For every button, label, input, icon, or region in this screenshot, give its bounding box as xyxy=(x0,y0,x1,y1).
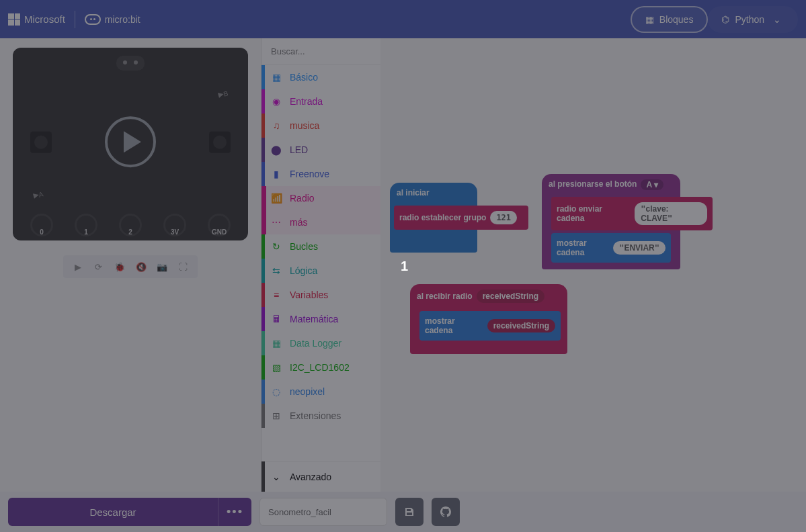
block-on-button-pressed[interactable]: al presionarse el botón A ▾ radio enviar… xyxy=(542,174,680,269)
project-name-input[interactable] xyxy=(259,498,387,526)
show-string-value-1[interactable]: "ENVIAR" xyxy=(613,241,666,255)
category-icon: 📶 xyxy=(268,190,284,206)
show-string-label-1: mostrar cadena xyxy=(557,238,609,257)
category-i2c-lcd1602[interactable]: ▧I2C_LCD1602 xyxy=(261,355,380,380)
download-more-button[interactable]: ••• xyxy=(218,498,251,526)
block-radio-send-string[interactable]: radio enviar cadena "clave: CLAVE" xyxy=(551,197,713,230)
sim-play-small-button[interactable]: ▶ xyxy=(70,259,86,275)
blocks-toggle[interactable]: ▦ Bloques xyxy=(631,6,709,33)
category-label: Lógica xyxy=(290,265,317,276)
category-label: Radio xyxy=(290,193,315,204)
microsoft-label: Microsoft xyxy=(24,13,65,25)
category-icon: ⋯ xyxy=(268,214,284,230)
category-freenove[interactable]: ▮Freenove xyxy=(261,162,380,186)
category-musica[interactable]: ♫musica xyxy=(261,114,380,138)
step-number-overlay: 1 xyxy=(401,259,408,274)
category-data-logger[interactable]: ▦Data Logger xyxy=(261,331,380,355)
category-icon: ◉ xyxy=(268,93,284,109)
block-radio-set-group[interactable]: radio establecer grupo 121 xyxy=(394,206,528,230)
category-l-gica[interactable]: ⇆Lógica xyxy=(261,259,380,283)
sim-debug-button[interactable]: 🐞 xyxy=(112,259,128,275)
sim-mute-button[interactable]: 🔇 xyxy=(133,259,149,275)
footer-bar: Descargar ••• xyxy=(0,492,806,532)
category-label: Data Logger xyxy=(290,338,341,349)
category-m-s[interactable]: ⋯más xyxy=(261,210,380,234)
simulator-panel: ▸A ▸B 0123VGND ▶ ⟳ 🐞 🔇 📷 ⛶ xyxy=(0,38,261,492)
category-icon: ⊞ xyxy=(268,408,284,424)
github-icon xyxy=(440,506,451,517)
flag-a-icon: ▸A xyxy=(32,186,44,201)
category-label: I2C_LCD1602 xyxy=(290,362,350,373)
button-a[interactable] xyxy=(30,131,52,152)
save-icon xyxy=(404,506,415,517)
category-label: Variables xyxy=(290,290,328,300)
advanced-category[interactable]: ⌄ Avanzado xyxy=(261,461,380,492)
radio-group-value[interactable]: 121 xyxy=(490,211,517,224)
pin-3V[interactable]: 3V xyxy=(163,214,186,236)
blocks-icon: ▦ xyxy=(645,14,654,25)
pin-GND[interactable]: GND xyxy=(208,214,231,236)
python-label: Python xyxy=(735,14,764,25)
pin-0[interactable]: 0 xyxy=(30,214,53,236)
show-string-value-2[interactable]: receivedString xyxy=(487,319,555,332)
sim-fullscreen-button[interactable]: ⛶ xyxy=(175,259,191,275)
category-extensiones[interactable]: ⊞Extensiones xyxy=(261,404,380,428)
category-bucles[interactable]: ↻Bucles xyxy=(261,234,380,259)
chevron-down-icon[interactable]: ⌄ xyxy=(770,14,784,25)
toolbox-search[interactable]: 🔍 xyxy=(261,38,380,65)
blocks-workspace[interactable]: al iniciar radio establecer grupo 121 al… xyxy=(380,38,806,492)
block-show-string-2[interactable]: mostrar cadena receivedString xyxy=(419,311,561,341)
button-dropdown[interactable]: A ▾ xyxy=(641,179,663,190)
python-icon: ⌬ xyxy=(721,14,729,25)
sim-snapshot-button[interactable]: 📷 xyxy=(154,259,170,275)
search-input[interactable] xyxy=(271,46,384,56)
radio-send-value[interactable]: "clave: CLAVE" xyxy=(635,202,707,225)
category-label: musica xyxy=(290,120,319,131)
category-icon: ▧ xyxy=(268,359,284,375)
block-show-string-1[interactable]: mostrar cadena "ENVIAR" xyxy=(551,233,671,263)
category-icon: ↻ xyxy=(268,238,284,255)
python-toggle[interactable]: ⌬ Python ⌄ xyxy=(708,6,798,33)
category-icon: ▦ xyxy=(268,335,284,351)
usb-connector-icon xyxy=(116,56,145,71)
category-icon: ▮ xyxy=(268,166,284,182)
sim-restart-button[interactable]: ⟳ xyxy=(91,259,107,275)
category-icon: ▦ xyxy=(268,69,284,85)
header-separator xyxy=(75,11,75,28)
button-b[interactable] xyxy=(209,131,231,152)
category-led[interactable]: ⬤LED xyxy=(261,138,380,162)
save-button[interactable] xyxy=(395,498,424,526)
category-matem-tica[interactable]: 🖩Matemática xyxy=(261,307,380,331)
pin-1[interactable]: 1 xyxy=(75,214,97,236)
simulator-board[interactable]: ▸A ▸B 0123VGND xyxy=(13,48,248,240)
advanced-label: Avanzado xyxy=(290,472,331,482)
show-string-label-2: mostrar cadena xyxy=(425,316,483,335)
microbit-logo[interactable]: micro:bit xyxy=(85,14,140,25)
block-on-radio-received[interactable]: al recibir radio receivedString mostrar … xyxy=(410,284,567,354)
category-icon: ♫ xyxy=(268,118,284,134)
category-variables[interactable]: ≡Variables xyxy=(261,283,380,307)
category-icon: ⬤ xyxy=(268,142,284,158)
radio-set-group-label: radio establecer grupo xyxy=(399,213,486,222)
category-icon: ⇆ xyxy=(268,263,284,279)
category-entrada[interactable]: ◉Entrada xyxy=(261,89,380,114)
category-b-sico[interactable]: ▦Básico xyxy=(261,65,380,89)
received-string-param[interactable]: receivedString xyxy=(477,290,545,303)
category-label: Freenove xyxy=(290,169,329,179)
toolbox-panel: 🔍 ▦Básico◉Entrada♫musica⬤LED▮Freenove📶Ra… xyxy=(261,38,380,492)
download-button[interactable]: Descargar xyxy=(8,498,218,526)
category-icon: ◌ xyxy=(268,384,284,400)
play-button[interactable] xyxy=(105,116,156,167)
category-list: ▦Básico◉Entrada♫musica⬤LED▮Freenove📶Radi… xyxy=(261,65,380,461)
block-on-start[interactable]: al iniciar radio establecer grupo 121 xyxy=(390,183,477,253)
pin-2[interactable]: 2 xyxy=(119,214,142,236)
category-radio[interactable]: 📶Radio xyxy=(261,186,380,210)
category-label: LED xyxy=(290,144,308,155)
category-neopixel[interactable]: ◌neopixel xyxy=(261,380,380,404)
github-button[interactable] xyxy=(432,498,460,526)
microsoft-grid-icon xyxy=(8,13,20,26)
on-button-header: al presionarse el botón A ▾ xyxy=(542,174,680,193)
category-icon: 🖩 xyxy=(268,311,284,327)
microsoft-logo[interactable]: Microsoft xyxy=(8,13,65,26)
chevron-down-icon: ⌄ xyxy=(268,469,284,485)
